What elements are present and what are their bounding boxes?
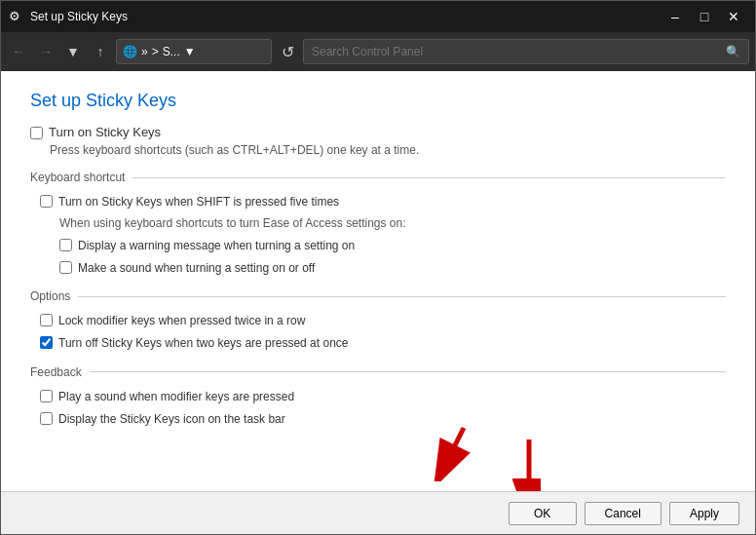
address-path[interactable]: 🌐 » > S... ▼ (116, 39, 272, 64)
shift-five-times-row: Turn on Sticky Keys when SHIFT is presse… (40, 194, 726, 210)
lock-modifier-label[interactable]: Lock modifier keys when pressed twice in… (58, 313, 305, 329)
address-bar: ← → ▼ ↑ 🌐 » > S... ▼ ↺ 🔍 (1, 32, 755, 71)
red-arrow-icon (492, 438, 541, 491)
display-icon-label[interactable]: Display the Sticky Keys icon on the task… (58, 411, 285, 428)
options-line (78, 296, 726, 297)
ok-arrow (415, 423, 473, 484)
content-area: Set up Sticky Keys Turn on Sticky Keys P… (1, 71, 755, 491)
keyboard-shortcut-section: Keyboard shortcut Turn on Sticky Keys wh… (30, 171, 726, 276)
turn-off-two-keys-row: Turn off Sticky Keys when two keys are p… (40, 335, 726, 352)
keyboard-shortcut-line (132, 177, 726, 178)
title-bar-controls: – □ ✕ (662, 3, 747, 30)
feedback-title: Feedback (30, 365, 82, 379)
warning-message-label[interactable]: Display a warning message when turning a… (78, 238, 355, 254)
dropdown-button[interactable]: ▼ (61, 40, 85, 63)
minimize-button[interactable]: – (662, 3, 689, 30)
options-title: Options (30, 289, 70, 303)
search-input[interactable] (312, 45, 726, 58)
keyboard-shortcut-title: Keyboard shortcut (30, 171, 125, 184)
breadcrumb-arrow: > (152, 45, 159, 58)
footer: OK Cancel Apply (1, 491, 755, 534)
feedback-section: Feedback Play a sound when modifier keys… (30, 365, 726, 428)
window-title: Set up Sticky Keys (30, 10, 662, 23)
maximize-button[interactable]: □ (691, 3, 718, 30)
close-button[interactable]: ✕ (720, 3, 747, 30)
feedback-header: Feedback (30, 365, 726, 379)
turn-on-sticky-keys-label[interactable]: Turn on Sticky Keys (49, 125, 161, 139)
display-icon-checkbox[interactable] (40, 412, 53, 425)
lock-modifier-row: Lock modifier keys when pressed twice in… (40, 313, 726, 329)
turn-off-two-keys-label[interactable]: Turn off Sticky Keys when two keys are p… (58, 335, 348, 352)
lock-modifier-checkbox[interactable] (40, 314, 53, 326)
page-title: Set up Sticky Keys (30, 91, 726, 111)
search-icon: 🔍 (726, 45, 740, 58)
turn-off-two-keys-checkbox[interactable] (40, 336, 53, 349)
options-header: Options (30, 289, 726, 303)
ease-of-access-subtext: When using keyboard shortcuts to turn Ea… (59, 216, 726, 230)
shift-five-times-label[interactable]: Turn on Sticky Keys when SHIFT is presse… (58, 194, 339, 210)
display-icon-row: Display the Sticky Keys icon on the task… (40, 411, 726, 428)
search-box[interactable]: 🔍 (303, 39, 749, 64)
turn-on-sticky-keys-checkbox[interactable] (30, 127, 43, 139)
make-sound-row: Make a sound when turning a setting on o… (59, 260, 726, 277)
title-bar: ⚙ Set up Sticky Keys – □ ✕ (1, 1, 755, 32)
back-button[interactable]: ← (7, 40, 30, 63)
play-sound-row: Play a sound when modifier keys are pres… (40, 389, 726, 405)
shift-five-times-checkbox[interactable] (40, 195, 53, 208)
refresh-button[interactable]: ↺ (276, 40, 299, 63)
apply-button[interactable]: Apply (669, 502, 739, 525)
path-short: S... (163, 45, 180, 58)
window-icon: ⚙ (9, 9, 24, 24)
make-sound-label[interactable]: Make a sound when turning a setting on o… (78, 260, 315, 277)
options-section: Options Lock modifier keys when pressed … (30, 289, 726, 352)
main-checkbox-row: Turn on Sticky Keys (30, 125, 726, 139)
window: ⚙ Set up Sticky Keys – □ ✕ ← → ▼ ↑ 🌐 » >… (0, 0, 756, 535)
keyboard-shortcut-header: Keyboard shortcut (30, 171, 726, 184)
main-description: Press keyboard shortcuts (such as CTRL+A… (50, 143, 726, 157)
make-sound-checkbox[interactable] (59, 261, 72, 274)
cancel-button[interactable]: Cancel (585, 502, 662, 525)
feedback-line (90, 371, 726, 372)
play-sound-label[interactable]: Play a sound when modifier keys are pres… (58, 389, 294, 405)
up-button[interactable]: ↑ (89, 40, 112, 63)
ok-button[interactable]: OK (509, 502, 577, 525)
forward-button[interactable]: → (34, 40, 57, 63)
path-dropdown-icon: ▼ (184, 45, 196, 58)
globe-icon: 🌐 (123, 45, 137, 58)
warning-message-checkbox[interactable] (59, 239, 72, 251)
breadcrumb-separator: » (141, 45, 148, 58)
play-sound-checkbox[interactable] (40, 390, 53, 402)
warning-message-row: Display a warning message when turning a… (59, 238, 726, 254)
red-arrow-svg (415, 423, 473, 481)
